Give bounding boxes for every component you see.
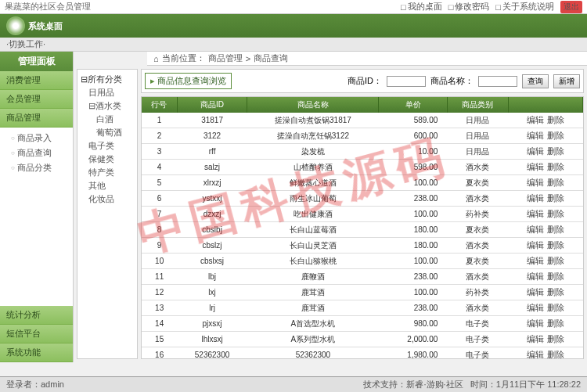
work-switch[interactable]: ·切换工作· bbox=[0, 38, 587, 52]
th-cat: 商品类别 bbox=[447, 97, 508, 113]
delete-link[interactable]: 删除 bbox=[547, 178, 564, 187]
delete-link[interactable]: 删除 bbox=[547, 287, 564, 297]
edit-link[interactable]: 编辑 bbox=[527, 162, 544, 171]
panel-title: 商品信息查询浏览 bbox=[145, 73, 232, 89]
nav-system[interactable]: 系统功能 bbox=[0, 343, 73, 362]
tree-health[interactable]: 保健类 bbox=[81, 153, 134, 166]
sub-product-add[interactable]: 商品录入 bbox=[11, 131, 73, 146]
delete-link[interactable]: 删除 bbox=[547, 115, 564, 124]
delete-link[interactable]: 删除 bbox=[547, 193, 564, 203]
logo-icon bbox=[6, 16, 25, 35]
tree-drink[interactable]: ⊟酒水类 bbox=[81, 99, 134, 113]
table-row: 15lhlxsxjA系列型水机2,000.00电子类编辑删除 bbox=[142, 332, 583, 347]
delete-link[interactable]: 删除 bbox=[547, 350, 564, 359]
edit-link[interactable]: 编辑 bbox=[527, 318, 544, 328]
delete-link[interactable]: 删除 bbox=[547, 334, 564, 343]
product-table: 行号 商品ID 商品名称 单价 商品类别 131817搓澡自动煮饭锅318175… bbox=[142, 97, 583, 359]
edit-link[interactable]: 编辑 bbox=[527, 272, 544, 281]
tree-other[interactable]: 其他 bbox=[81, 179, 134, 192]
table-row: 11lbj鹿鞭酒238.00酒水类编辑删除 bbox=[142, 269, 583, 285]
edit-link[interactable]: 编辑 bbox=[527, 350, 544, 359]
edit-link[interactable]: 编辑 bbox=[527, 303, 544, 312]
table-row: 8cbslbj长白山蓝莓酒180.00夏衣类编辑删除 bbox=[142, 222, 583, 238]
sidebar-title: 管理面板 bbox=[0, 52, 73, 71]
logo: 系统桌面 bbox=[6, 16, 63, 35]
app-title: 果蔬菜的社区会员管理 bbox=[5, 1, 91, 13]
query-button[interactable]: 查询 bbox=[522, 74, 549, 88]
about-link[interactable]: □关于系统说明 bbox=[495, 1, 554, 13]
nav-member[interactable]: 会员管理 bbox=[0, 90, 73, 109]
edit-link[interactable]: 编辑 bbox=[527, 193, 544, 203]
logout-button[interactable]: 退出 bbox=[560, 1, 582, 13]
tree-root[interactable]: ⊟所有分类 bbox=[81, 73, 134, 86]
table-row: 9cbslzj长白山灵芝酒180.00酒水类编辑删除 bbox=[142, 238, 583, 254]
sub-product-query[interactable]: 商品查询 bbox=[11, 146, 73, 160]
tree-baijiu[interactable]: 白酒 bbox=[81, 113, 134, 126]
delete-link[interactable]: 删除 bbox=[547, 131, 564, 140]
id-label: 商品ID： bbox=[348, 75, 382, 87]
tree-makeup[interactable]: 化妆品 bbox=[81, 192, 134, 206]
tree-daily[interactable]: 日用品 bbox=[81, 86, 134, 99]
table-row: 131817搓澡自动煮饭锅31817589.00日用品编辑删除 bbox=[142, 113, 583, 128]
status-time: 时间：1月11日下午 11:28:22 bbox=[470, 379, 581, 389]
table-row: 4salzj山楂酿养酒598.00酒水类编辑删除 bbox=[142, 160, 583, 175]
add-button[interactable]: 新增 bbox=[553, 74, 580, 88]
status-tech: 技术支持：新睿·游购·社区 bbox=[363, 379, 463, 389]
delete-link[interactable]: 删除 bbox=[547, 256, 564, 265]
delete-link[interactable]: 删除 bbox=[547, 146, 564, 156]
change-pwd-link[interactable]: □修改密码 bbox=[448, 1, 490, 13]
table-row: 10cbslxsj长白山猕猴桃100.00夏衣类编辑删除 bbox=[142, 254, 583, 269]
th-name: 商品名称 bbox=[247, 97, 379, 113]
delete-link[interactable]: 删除 bbox=[547, 240, 564, 250]
edit-link[interactable]: 编辑 bbox=[527, 287, 544, 297]
delete-link[interactable]: 删除 bbox=[547, 162, 564, 171]
table-row: 5xlrxzj鲜嫩蒸心道酒100.00夏衣类编辑删除 bbox=[142, 175, 583, 191]
edit-link[interactable]: 编辑 bbox=[527, 256, 544, 265]
th-no: 行号 bbox=[142, 97, 177, 113]
tree-elec[interactable]: 电子类 bbox=[81, 139, 134, 153]
tree-wine[interactable]: 葡萄酒 bbox=[81, 126, 134, 139]
category-tree: ⊟所有分类 日用品 ⊟酒水类 白酒 葡萄酒 电子类 保健类 特产类 其他 化妆品 bbox=[77, 69, 138, 359]
delete-link[interactable]: 删除 bbox=[547, 225, 564, 234]
status-login: 登录者：admin bbox=[6, 379, 64, 390]
th-price: 单价 bbox=[379, 97, 447, 113]
sub-product-category[interactable]: 商品分类 bbox=[11, 160, 73, 175]
edit-link[interactable]: 编辑 bbox=[527, 131, 544, 140]
name-input[interactable] bbox=[478, 76, 517, 87]
edit-link[interactable]: 编辑 bbox=[527, 225, 544, 234]
breadcrumb: ⌂ 当前位置： 商品管理 > 商品查询 bbox=[147, 52, 587, 66]
table-row: 6ystxxj雨生冰山葡萄238.00酒水类编辑删除 bbox=[142, 191, 583, 207]
table-row: 13lrj鹿茸酒238.00酒水类编辑删除 bbox=[142, 300, 583, 316]
tree-special[interactable]: 特产类 bbox=[81, 166, 134, 179]
table-row: 7dzxzj吃出健康酒100.00药补类编辑删除 bbox=[142, 207, 583, 222]
nav-sms[interactable]: 短信平台 bbox=[0, 325, 73, 343]
delete-link[interactable]: 删除 bbox=[547, 272, 564, 281]
id-input[interactable] bbox=[387, 76, 426, 87]
edit-link[interactable]: 编辑 bbox=[527, 240, 544, 250]
my-desktop-link[interactable]: □我的桌面 bbox=[401, 1, 442, 13]
table-row: 23122搓澡自动烹饪锅3122600.00日用品编辑删除 bbox=[142, 128, 583, 144]
table-row: 14pjxsxjA首选型水机980.00电子类编辑删除 bbox=[142, 316, 583, 332]
edit-link[interactable]: 编辑 bbox=[527, 209, 544, 218]
edit-link[interactable]: 编辑 bbox=[527, 115, 544, 124]
delete-link[interactable]: 删除 bbox=[547, 318, 564, 328]
nav-consume[interactable]: 消费管理 bbox=[0, 71, 73, 90]
delete-link[interactable]: 删除 bbox=[547, 209, 564, 218]
table-row: 1652362300523623001,980.00电子类编辑删除 bbox=[142, 347, 583, 360]
name-label: 商品名称： bbox=[430, 75, 474, 87]
nav-stats[interactable]: 统计分析 bbox=[0, 306, 73, 325]
th-id: 商品ID bbox=[177, 97, 247, 113]
edit-link[interactable]: 编辑 bbox=[527, 178, 544, 187]
edit-link[interactable]: 编辑 bbox=[527, 146, 544, 156]
delete-link[interactable]: 删除 bbox=[547, 303, 564, 312]
edit-link[interactable]: 编辑 bbox=[527, 334, 544, 343]
nav-product[interactable]: 商品管理 bbox=[0, 109, 73, 128]
table-row: 12lxj鹿茸酒100.00药补类编辑删除 bbox=[142, 285, 583, 300]
table-row: 3rff染发梳10.00日用品编辑删除 bbox=[142, 144, 583, 160]
th-action bbox=[508, 97, 582, 113]
location-icon: ⌂ bbox=[153, 54, 159, 63]
